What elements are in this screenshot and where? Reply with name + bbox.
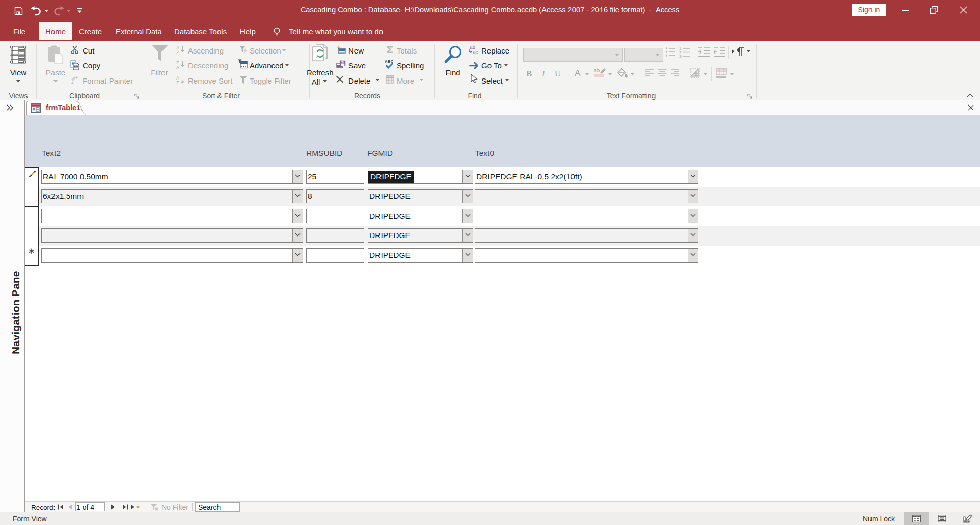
svg-text:ab: ab — [594, 68, 600, 73]
svg-text:Z: Z — [176, 50, 179, 55]
svg-text:1: 1 — [679, 47, 682, 50]
svg-text:ac: ac — [473, 49, 478, 55]
svg-text:Z: Z — [176, 80, 179, 85]
svg-text:3: 3 — [679, 55, 682, 58]
svg-text:2: 2 — [679, 51, 682, 55]
svg-text:A: A — [176, 65, 179, 69]
